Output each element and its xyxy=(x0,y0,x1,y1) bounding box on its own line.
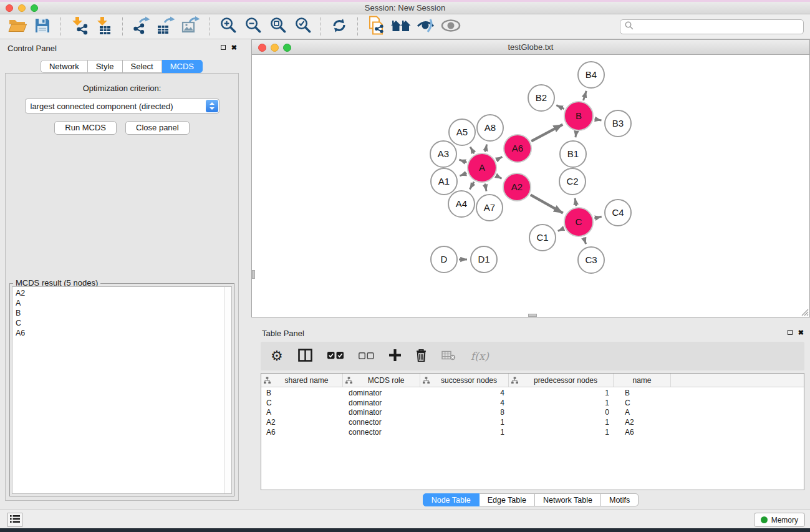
column-header-mcds-role[interactable]: MCDS role xyxy=(343,374,420,387)
column-header-shared-name[interactable]: shared name xyxy=(261,374,343,387)
mcds-result-item[interactable]: B xyxy=(16,308,231,318)
tab-network-table[interactable]: Network Table xyxy=(535,493,601,506)
network-canvas[interactable]: B4B2BB3A8A5A6B1A3AC2A1A2A4A7C4CC1C3DD1 xyxy=(251,55,810,317)
graph-edge-B-B3[interactable] xyxy=(595,119,602,120)
column-header-name[interactable]: name xyxy=(614,374,671,387)
table-row[interactable]: Bdominator41B xyxy=(261,388,804,398)
tab-network[interactable]: Network xyxy=(41,60,88,73)
mcds-result-list[interactable]: A2ABCA6 xyxy=(12,286,232,494)
add-column-button[interactable] xyxy=(389,349,401,364)
search-box[interactable] xyxy=(620,19,804,34)
minimize-window-button[interactable] xyxy=(18,4,26,12)
tab-style[interactable]: Style xyxy=(88,60,123,73)
result-scrollbar[interactable] xyxy=(224,287,231,493)
graph-node-A8[interactable]: A8 xyxy=(477,115,503,141)
graph-node-B2[interactable]: B2 xyxy=(528,85,554,111)
tab-select[interactable]: Select xyxy=(123,60,162,73)
vertical-scroll-indicator[interactable] xyxy=(252,270,255,279)
clone-network-button[interactable] xyxy=(365,16,387,37)
zoom-network-window-button[interactable] xyxy=(283,44,291,52)
graph-node-A1[interactable]: A1 xyxy=(431,168,457,195)
graph-node-D1[interactable]: D1 xyxy=(471,246,497,273)
table-row[interactable]: A2connector11A2 xyxy=(261,417,804,427)
mcds-result-item[interactable]: C xyxy=(16,318,231,328)
run-mcds-button[interactable]: Run MCDS xyxy=(54,121,117,135)
search-input[interactable] xyxy=(637,22,803,31)
graph-node-B4[interactable]: B4 xyxy=(578,62,604,88)
minimize-network-window-button[interactable] xyxy=(271,44,279,52)
import-network-button[interactable] xyxy=(68,16,90,37)
export-image-button[interactable] xyxy=(180,16,202,37)
tab-edge-table[interactable]: Edge Table xyxy=(480,493,535,506)
graph-node-D[interactable]: D xyxy=(431,246,457,273)
tab-motifs[interactable]: Motifs xyxy=(601,493,639,506)
refresh-button[interactable] xyxy=(328,16,350,37)
graph-node-A5[interactable]: A5 xyxy=(449,119,475,145)
close-network-window-button[interactable] xyxy=(258,44,266,52)
table-settings-button[interactable]: ⚙ xyxy=(271,350,283,362)
horizontal-scroll-indicator[interactable] xyxy=(528,314,537,317)
optimization-criterion-dropdown[interactable]: largest connected component (directed) xyxy=(25,99,219,114)
graph-node-A4[interactable]: A4 xyxy=(448,191,475,217)
graph-edge-B-B2[interactable] xyxy=(556,105,564,109)
graph-edge-A-A6[interactable] xyxy=(496,157,503,160)
save-session-button[interactable] xyxy=(31,16,54,37)
graph-node-C4[interactable]: C4 xyxy=(605,200,631,226)
select-all-button[interactable] xyxy=(327,351,344,362)
graph-edge-B-B4[interactable] xyxy=(584,91,587,100)
zoom-in-button[interactable] xyxy=(216,16,239,37)
tab-node-table[interactable]: Node Table xyxy=(423,493,480,506)
graph-edge-A-A7[interactable] xyxy=(485,184,486,191)
export-network-button[interactable] xyxy=(130,16,152,37)
graph-node-A6[interactable]: A6 xyxy=(504,135,531,162)
graph-node-B3[interactable]: B3 xyxy=(605,110,631,137)
column-header-predecessor-nodes[interactable]: predecessor nodes xyxy=(509,374,614,387)
graph-edge-A-A8[interactable] xyxy=(485,145,486,152)
graph-edge-A-A2[interactable] xyxy=(496,176,502,179)
deselect-all-button[interactable] xyxy=(359,351,374,362)
close-panel-icon[interactable]: ✖ xyxy=(231,44,237,51)
float-panel-icon[interactable] xyxy=(221,45,226,50)
graph-node-C1[interactable]: C1 xyxy=(529,225,556,251)
graph-node-B[interactable]: B xyxy=(564,102,593,130)
zoom-out-button[interactable] xyxy=(241,16,264,37)
column-header-successor-nodes[interactable]: successor nodes xyxy=(420,374,509,387)
hide-details-button[interactable] xyxy=(415,16,437,37)
graph-edge-C-C4[interactable] xyxy=(594,216,601,218)
close-table-panel-icon[interactable]: ✖ xyxy=(798,329,804,336)
graph-edge-A-A3[interactable] xyxy=(459,160,466,162)
task-history-button[interactable] xyxy=(7,513,22,527)
zoom-selected-button[interactable] xyxy=(291,16,314,37)
mcds-result-item[interactable]: A6 xyxy=(16,328,231,338)
graph-edge-B-B1[interactable] xyxy=(576,132,576,138)
home-button[interactable] xyxy=(390,16,412,37)
graph-edge-A2-C[interactable] xyxy=(531,195,563,213)
mcds-result-item[interactable]: A xyxy=(16,298,231,308)
mcds-result-item[interactable]: A2 xyxy=(16,288,231,298)
graph-edge-A-A1[interactable] xyxy=(460,173,466,176)
graph-node-A7[interactable]: A7 xyxy=(476,195,503,221)
table-row[interactable]: Cdominator41C xyxy=(261,398,804,408)
show-details-button[interactable] xyxy=(440,16,462,37)
zoom-fit-button[interactable] xyxy=(266,16,289,37)
table-row[interactable]: A6connector11A6 xyxy=(261,427,804,437)
graph-edge-A-A4[interactable] xyxy=(470,182,474,190)
graph-node-A3[interactable]: A3 xyxy=(430,141,456,167)
open-session-button[interactable] xyxy=(6,16,29,37)
close-window-button[interactable] xyxy=(6,4,13,12)
tab-mcds[interactable]: MCDS xyxy=(162,60,203,73)
resize-grip-icon[interactable] xyxy=(800,307,809,316)
export-table-button[interactable] xyxy=(155,16,177,37)
network-graph[interactable]: B4B2BB3A8A5A6B1A3AC2A1A2A4A7C4CC1C3DD1 xyxy=(252,55,809,316)
graph-node-C3[interactable]: C3 xyxy=(578,247,604,273)
graph-node-B1[interactable]: B1 xyxy=(560,141,586,167)
import-table-button[interactable] xyxy=(93,16,115,37)
memory-button[interactable]: Memory xyxy=(754,513,805,527)
float-table-panel-icon[interactable] xyxy=(788,330,793,335)
graph-edge-A-A5[interactable] xyxy=(470,147,474,154)
graph-edge-C-C2[interactable] xyxy=(575,198,576,206)
graph-node-C[interactable]: C xyxy=(564,208,593,236)
graph-edge-A6-B[interactable] xyxy=(531,125,562,142)
graph-edge-C-C1[interactable] xyxy=(558,228,564,231)
split-view-button[interactable] xyxy=(298,349,312,364)
